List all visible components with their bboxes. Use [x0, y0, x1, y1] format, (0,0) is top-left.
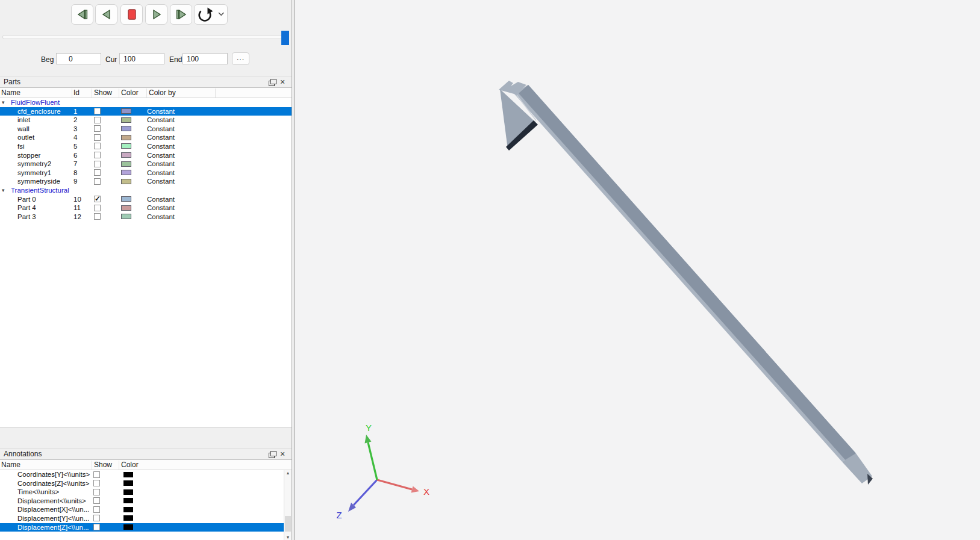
show-checkbox[interactable] — [94, 178, 101, 185]
color-swatch[interactable] — [123, 507, 133, 512]
list-item[interactable]: Time<\\units> — [0, 488, 292, 497]
annotations-scrollbar[interactable]: ▲ ▼ — [284, 470, 292, 540]
list-item[interactable]: Displacement<\\units> — [0, 497, 292, 506]
stop-button[interactable] — [120, 4, 143, 25]
show-checkbox[interactable] — [94, 213, 101, 220]
col-show[interactable]: Show — [94, 461, 119, 470]
col-colorby[interactable]: Color by — [149, 88, 216, 98]
show-checkbox[interactable] — [94, 169, 101, 176]
annotations-table-header: Name Show Color — [0, 460, 292, 470]
show-checkbox[interactable] — [93, 524, 100, 530]
color-swatch[interactable] — [121, 214, 131, 219]
color-swatch[interactable] — [121, 108, 131, 114]
list-item[interactable]: Coordinates[Y]<\\units> — [0, 470, 292, 479]
play-backward-button[interactable] — [95, 4, 117, 25]
beam-main-face — [519, 85, 856, 462]
expander-icon[interactable]: ▾ — [2, 186, 5, 195]
color-swatch[interactable] — [123, 489, 133, 495]
list-item[interactable]: Displacement[Y]<\\un... — [0, 514, 292, 523]
color-swatch[interactable] — [121, 170, 131, 175]
col-name[interactable]: Name — [1, 461, 92, 470]
color-swatch[interactable] — [121, 205, 131, 211]
color-swatch[interactable] — [123, 472, 133, 477]
color-swatch[interactable] — [121, 117, 131, 123]
table-row[interactable]: symmetry2 7 Constant — [0, 160, 292, 169]
show-checkbox[interactable] — [94, 125, 101, 132]
cur-input[interactable] — [119, 53, 164, 64]
color-swatch[interactable] — [121, 152, 131, 158]
step-forward-button[interactable] — [170, 4, 192, 25]
color-swatch[interactable] — [123, 498, 133, 503]
table-row[interactable]: symmetry1 8 Constant — [0, 169, 292, 178]
time-slider-handle[interactable] — [281, 31, 289, 45]
table-row[interactable]: inlet 2 Constant — [0, 116, 292, 125]
table-row[interactable]: outlet 4 Constant — [0, 133, 292, 142]
color-swatch[interactable] — [121, 179, 131, 184]
scene-canvas[interactable]: Z X Y — [295, 0, 980, 540]
col-color[interactable]: Color — [121, 88, 147, 98]
color-swatch[interactable] — [121, 143, 131, 149]
end-input[interactable] — [183, 53, 228, 64]
show-checkbox[interactable]: ✓ — [94, 196, 101, 202]
color-swatch[interactable] — [121, 126, 131, 131]
loop-playback-button[interactable] — [194, 4, 228, 25]
table-row[interactable]: fsi 5 Constant — [0, 142, 292, 151]
show-checkbox[interactable] — [94, 117, 101, 123]
color-swatch[interactable] — [121, 135, 131, 140]
beg-input[interactable] — [56, 53, 101, 64]
color-swatch[interactable] — [123, 480, 133, 486]
col-id[interactable]: Id — [73, 88, 92, 98]
color-swatch[interactable] — [121, 196, 131, 202]
table-row[interactable]: Part 3 12 Constant — [0, 213, 292, 222]
show-checkbox[interactable] — [93, 480, 100, 486]
table-row[interactable]: wall 3 Constant — [0, 125, 292, 134]
show-checkbox[interactable] — [94, 108, 101, 114]
table-row[interactable]: Part 4 11 Constant — [0, 203, 292, 213]
3d-viewport[interactable]: Z X Y — [295, 0, 980, 540]
tree-group-transientstructural[interactable]: ▾ TransientStructural — [0, 186, 292, 195]
show-checkbox[interactable] — [94, 134, 101, 141]
annotations-panel-titlebar: Annotations × — [0, 448, 292, 460]
x-arrowhead-icon — [411, 486, 420, 493]
float-panel-icon[interactable] — [269, 81, 275, 86]
play-forward-button[interactable] — [145, 4, 167, 25]
step-backward-button[interactable] — [71, 4, 93, 25]
table-row[interactable]: cfd_enclosure 1 Constant — [0, 107, 292, 116]
close-icon[interactable]: × — [280, 449, 285, 459]
list-item[interactable]: Displacement[X]<\\un... — [0, 505, 292, 514]
time-slider-track[interactable] — [2, 35, 289, 39]
show-checkbox[interactable] — [94, 152, 101, 158]
show-checkbox[interactable] — [93, 497, 100, 504]
scroll-down-icon[interactable]: ▼ — [284, 535, 292, 539]
beam-part[interactable] — [499, 81, 873, 485]
float-panel-icon[interactable] — [269, 453, 275, 458]
expander-icon[interactable]: ▾ — [2, 98, 5, 107]
show-checkbox[interactable] — [93, 515, 100, 521]
step-forward-icon — [175, 8, 187, 20]
color-swatch[interactable] — [123, 524, 133, 530]
scrollbar-thumb[interactable] — [285, 516, 291, 532]
show-checkbox[interactable] — [93, 471, 100, 478]
show-checkbox[interactable] — [94, 205, 101, 211]
show-checkbox[interactable] — [94, 161, 101, 167]
list-item[interactable]: Coordinates[Z]<\\units> — [0, 479, 292, 488]
tree-group-fluidflowfluent[interactable]: ▾ FluidFlowFluent — [0, 98, 292, 107]
table-row[interactable]: stopper 6 Constant — [0, 151, 292, 160]
color-swatch[interactable] — [123, 515, 133, 521]
scroll-up-icon[interactable]: ▲ — [284, 471, 292, 475]
show-checkbox[interactable] — [93, 489, 100, 495]
col-name[interactable]: Name — [1, 88, 72, 98]
show-checkbox[interactable] — [94, 143, 101, 149]
col-show[interactable]: Show — [94, 88, 119, 98]
color-swatch[interactable] — [121, 161, 131, 167]
table-row[interactable]: symmetryside 9 Constant — [0, 177, 292, 186]
list-item[interactable]: Displacement[Z]<\\un... — [0, 523, 292, 532]
timeline-options-button[interactable]: ... — [232, 52, 249, 65]
table-row[interactable]: Part 0 10 ✓ Constant — [0, 195, 292, 204]
axis-triad: Z X Y — [336, 423, 429, 520]
col-color[interactable]: Color — [121, 461, 187, 470]
close-icon[interactable]: × — [280, 77, 285, 87]
y-axis-label: Y — [366, 423, 372, 433]
stop-icon — [126, 8, 138, 20]
show-checkbox[interactable] — [93, 506, 100, 513]
